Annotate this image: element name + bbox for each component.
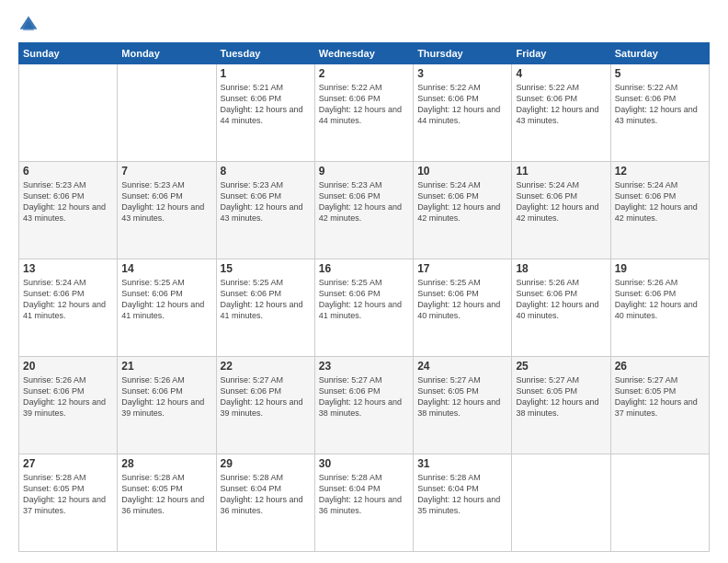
day-info: Sunrise: 5:25 AM Sunset: 6:06 PM Dayligh… <box>121 277 211 322</box>
calendar-cell: 2Sunrise: 5:22 AM Sunset: 6:06 PM Daylig… <box>314 64 413 162</box>
day-number: 17 <box>417 262 507 275</box>
day-info: Sunrise: 5:26 AM Sunset: 6:06 PM Dayligh… <box>516 277 606 322</box>
calendar-cell: 29Sunrise: 5:28 AM Sunset: 6:04 PM Dayli… <box>216 454 314 552</box>
calendar-cell: 6Sunrise: 5:23 AM Sunset: 6:06 PM Daylig… <box>19 162 118 259</box>
weekday-friday: Friday <box>512 43 610 64</box>
calendar-cell: 30Sunrise: 5:28 AM Sunset: 6:04 PM Dayli… <box>314 454 413 552</box>
calendar-cell: 31Sunrise: 5:28 AM Sunset: 6:04 PM Dayli… <box>414 454 512 552</box>
day-number: 24 <box>417 360 507 373</box>
calendar-cell: 23Sunrise: 5:27 AM Sunset: 6:06 PM Dayli… <box>314 357 413 454</box>
day-info: Sunrise: 5:26 AM Sunset: 6:06 PM Dayligh… <box>23 374 113 419</box>
calendar-cell: 12Sunrise: 5:24 AM Sunset: 6:06 PM Dayli… <box>610 162 709 259</box>
day-number: 12 <box>615 165 705 178</box>
logo-icon <box>18 15 39 35</box>
day-info: Sunrise: 5:22 AM Sunset: 6:06 PM Dayligh… <box>615 82 705 127</box>
calendar-cell: 11Sunrise: 5:24 AM Sunset: 6:06 PM Dayli… <box>512 162 610 259</box>
day-number: 30 <box>319 457 409 470</box>
day-info: Sunrise: 5:25 AM Sunset: 6:06 PM Dayligh… <box>221 277 311 322</box>
day-info: Sunrise: 5:24 AM Sunset: 6:06 PM Dayligh… <box>23 277 113 322</box>
calendar-cell <box>19 64 118 162</box>
calendar-cell: 5Sunrise: 5:22 AM Sunset: 6:06 PM Daylig… <box>610 64 709 162</box>
day-info: Sunrise: 5:24 AM Sunset: 6:06 PM Dayligh… <box>516 179 606 224</box>
weekday-saturday: Saturday <box>610 43 709 64</box>
calendar-cell <box>610 454 709 552</box>
day-number: 25 <box>516 360 606 373</box>
calendar-cell <box>118 64 216 162</box>
calendar-cell: 8Sunrise: 5:23 AM Sunset: 6:06 PM Daylig… <box>216 162 314 259</box>
day-info: Sunrise: 5:28 AM Sunset: 6:05 PM Dayligh… <box>23 472 113 517</box>
day-number: 2 <box>319 67 409 80</box>
week-row-3: 13Sunrise: 5:24 AM Sunset: 6:06 PM Dayli… <box>19 259 710 357</box>
day-info: Sunrise: 5:27 AM Sunset: 6:05 PM Dayligh… <box>417 374 507 419</box>
day-info: Sunrise: 5:26 AM Sunset: 6:06 PM Dayligh… <box>121 374 211 419</box>
weekday-tuesday: Tuesday <box>216 43 314 64</box>
day-number: 31 <box>417 457 507 470</box>
calendar-cell: 19Sunrise: 5:26 AM Sunset: 6:06 PM Dayli… <box>610 259 709 357</box>
day-info: Sunrise: 5:27 AM Sunset: 6:05 PM Dayligh… <box>615 374 705 419</box>
calendar-cell: 20Sunrise: 5:26 AM Sunset: 6:06 PM Dayli… <box>19 357 118 454</box>
calendar-cell <box>512 454 610 552</box>
calendar-cell: 24Sunrise: 5:27 AM Sunset: 6:05 PM Dayli… <box>414 357 512 454</box>
calendar-cell: 15Sunrise: 5:25 AM Sunset: 6:06 PM Dayli… <box>216 259 314 357</box>
day-number: 29 <box>221 457 311 470</box>
weekday-sunday: Sunday <box>19 43 118 64</box>
day-info: Sunrise: 5:28 AM Sunset: 6:04 PM Dayligh… <box>221 472 311 517</box>
day-number: 18 <box>516 262 606 275</box>
calendar-cell: 17Sunrise: 5:25 AM Sunset: 6:06 PM Dayli… <box>414 259 512 357</box>
day-number: 19 <box>615 262 705 275</box>
calendar-cell: 28Sunrise: 5:28 AM Sunset: 6:05 PM Dayli… <box>118 454 216 552</box>
day-info: Sunrise: 5:22 AM Sunset: 6:06 PM Dayligh… <box>417 82 507 127</box>
day-info: Sunrise: 5:23 AM Sunset: 6:06 PM Dayligh… <box>121 179 211 224</box>
calendar-cell: 9Sunrise: 5:23 AM Sunset: 6:06 PM Daylig… <box>314 162 413 259</box>
day-info: Sunrise: 5:25 AM Sunset: 6:06 PM Dayligh… <box>319 277 409 322</box>
day-info: Sunrise: 5:27 AM Sunset: 6:06 PM Dayligh… <box>319 374 409 419</box>
day-number: 16 <box>319 262 409 275</box>
day-number: 22 <box>221 360 311 373</box>
day-number: 11 <box>516 165 606 178</box>
day-number: 26 <box>615 360 705 373</box>
weekday-header-row: SundayMondayTuesdayWednesdayThursdayFrid… <box>19 43 710 64</box>
week-row-4: 20Sunrise: 5:26 AM Sunset: 6:06 PM Dayli… <box>19 357 710 454</box>
day-number: 7 <box>121 165 211 178</box>
calendar-cell: 22Sunrise: 5:27 AM Sunset: 6:06 PM Dayli… <box>216 357 314 454</box>
weekday-monday: Monday <box>118 43 216 64</box>
logo <box>18 15 42 35</box>
header <box>18 15 710 35</box>
calendar-cell: 25Sunrise: 5:27 AM Sunset: 6:05 PM Dayli… <box>512 357 610 454</box>
day-number: 28 <box>121 457 211 470</box>
calendar-cell: 26Sunrise: 5:27 AM Sunset: 6:05 PM Dayli… <box>610 357 709 454</box>
day-info: Sunrise: 5:27 AM Sunset: 6:06 PM Dayligh… <box>221 374 311 419</box>
day-info: Sunrise: 5:26 AM Sunset: 6:06 PM Dayligh… <box>615 277 705 322</box>
day-number: 15 <box>221 262 311 275</box>
day-number: 10 <box>417 165 507 178</box>
calendar-cell: 27Sunrise: 5:28 AM Sunset: 6:05 PM Dayli… <box>19 454 118 552</box>
day-number: 21 <box>121 360 211 373</box>
day-info: Sunrise: 5:28 AM Sunset: 6:05 PM Dayligh… <box>121 472 211 517</box>
day-number: 4 <box>516 67 606 80</box>
day-info: Sunrise: 5:25 AM Sunset: 6:06 PM Dayligh… <box>417 277 507 322</box>
day-number: 23 <box>319 360 409 373</box>
weekday-wednesday: Wednesday <box>314 43 413 64</box>
week-row-5: 27Sunrise: 5:28 AM Sunset: 6:05 PM Dayli… <box>19 454 710 552</box>
calendar-cell: 3Sunrise: 5:22 AM Sunset: 6:06 PM Daylig… <box>414 64 512 162</box>
calendar-cell: 16Sunrise: 5:25 AM Sunset: 6:06 PM Dayli… <box>314 259 413 357</box>
day-info: Sunrise: 5:21 AM Sunset: 6:06 PM Dayligh… <box>221 82 311 127</box>
day-info: Sunrise: 5:23 AM Sunset: 6:06 PM Dayligh… <box>221 179 311 224</box>
day-number: 20 <box>23 360 113 373</box>
day-number: 27 <box>23 457 113 470</box>
day-number: 14 <box>121 262 211 275</box>
calendar-cell: 1Sunrise: 5:21 AM Sunset: 6:06 PM Daylig… <box>216 64 314 162</box>
day-number: 8 <box>221 165 311 178</box>
calendar-cell: 10Sunrise: 5:24 AM Sunset: 6:06 PM Dayli… <box>414 162 512 259</box>
day-number: 13 <box>23 262 113 275</box>
day-info: Sunrise: 5:24 AM Sunset: 6:06 PM Dayligh… <box>615 179 705 224</box>
day-info: Sunrise: 5:23 AM Sunset: 6:06 PM Dayligh… <box>319 179 409 224</box>
calendar-cell: 18Sunrise: 5:26 AM Sunset: 6:06 PM Dayli… <box>512 259 610 357</box>
day-number: 3 <box>417 67 507 80</box>
calendar-cell: 7Sunrise: 5:23 AM Sunset: 6:06 PM Daylig… <box>118 162 216 259</box>
weekday-thursday: Thursday <box>414 43 512 64</box>
day-number: 9 <box>319 165 409 178</box>
day-number: 5 <box>615 67 705 80</box>
page: SundayMondayTuesdayWednesdayThursdayFrid… <box>0 0 728 563</box>
day-number: 6 <box>23 165 113 178</box>
